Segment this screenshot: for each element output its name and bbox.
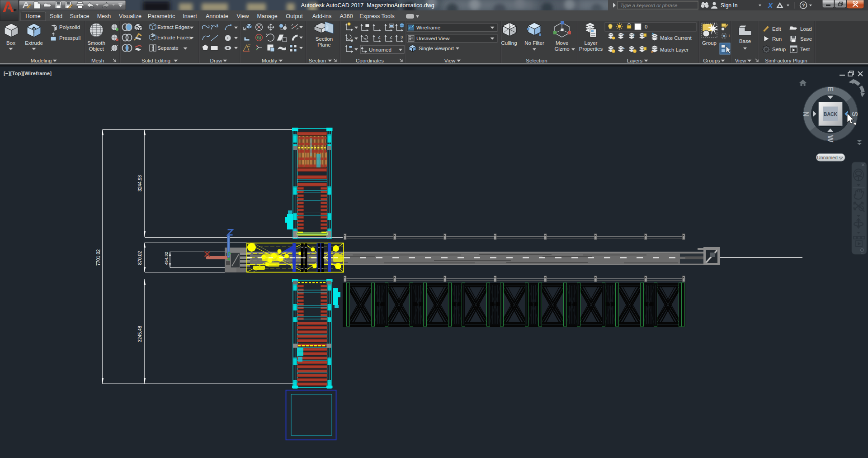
svg-text:Layers: Layers: [627, 58, 643, 63]
svg-text:MagazzinoAutomatico.dwg: MagazzinoAutomatico.dwg: [367, 2, 434, 9]
svg-text:Match Layer: Match Layer: [660, 47, 689, 52]
svg-text:Add-ins: Add-ins: [312, 13, 331, 19]
svg-text:Autodesk AutoCAD 2017: Autodesk AutoCAD 2017: [301, 2, 363, 9]
svg-text:Extrude: Extrude: [25, 40, 43, 46]
svg-text:Visualize: Visualize: [119, 13, 142, 19]
svg-text:Manage: Manage: [257, 13, 277, 19]
svg-text:Culling: Culling: [501, 40, 517, 46]
svg-text:Presspull: Presspull: [59, 35, 80, 41]
svg-text:Unnamed: Unnamed: [369, 47, 392, 52]
svg-text:N: N: [802, 111, 810, 117]
svg-text:Groups: Groups: [703, 58, 720, 63]
svg-text:E: E: [826, 86, 835, 91]
svg-text:Group: Group: [702, 40, 717, 46]
svg-text:3245.48: 3245.48: [137, 325, 142, 342]
svg-text:Solid Editing: Solid Editing: [142, 58, 170, 63]
svg-text:?: ?: [802, 3, 805, 8]
svg-text:Mesh: Mesh: [97, 13, 111, 19]
svg-text:Type a keyword or phrase: Type a keyword or phrase: [620, 3, 677, 8]
svg-text:Modify: Modify: [262, 58, 277, 63]
svg-text:Home: Home: [25, 13, 40, 19]
svg-text:7701.02: 7701.02: [96, 249, 101, 266]
svg-text:Box: Box: [6, 40, 15, 46]
svg-text:Annotate: Annotate: [206, 13, 228, 19]
svg-text:X: X: [767, 1, 774, 10]
svg-text:BACK: BACK: [824, 111, 838, 117]
svg-text:Separate: Separate: [157, 45, 179, 51]
svg-text:Plane: Plane: [317, 42, 330, 48]
svg-text:Smooth: Smooth: [87, 40, 105, 46]
svg-text:Make Current: Make Current: [660, 35, 692, 41]
svg-text:Insert: Insert: [183, 13, 197, 19]
svg-text:454.32: 454.32: [164, 252, 169, 265]
svg-text:View: View: [735, 58, 746, 63]
svg-text:Modeling: Modeling: [31, 58, 52, 63]
svg-text:Polysolid: Polysolid: [59, 24, 80, 30]
svg-text:[−][Top][Wireframe]: [−][Top][Wireframe]: [4, 71, 52, 76]
svg-text:View: View: [237, 13, 250, 19]
svg-text:Unsaved View: Unsaved View: [416, 36, 450, 41]
svg-text:View: View: [444, 58, 456, 63]
svg-text:Run: Run: [772, 36, 782, 42]
svg-text:Extract Edges: Extract Edges: [157, 24, 190, 30]
svg-text:No Filter: No Filter: [524, 40, 544, 46]
svg-text:0: 0: [645, 24, 647, 29]
svg-text:Layer: Layer: [585, 40, 598, 46]
svg-text:Edit: Edit: [772, 26, 782, 32]
svg-text:Parametric: Parametric: [148, 13, 175, 19]
svg-text:Test: Test: [800, 47, 810, 52]
svg-text:Properties: Properties: [579, 46, 603, 52]
svg-text:Save: Save: [800, 36, 812, 42]
svg-text:Section: Section: [316, 36, 333, 42]
svg-text:Mesh: Mesh: [91, 58, 104, 63]
svg-text:Surface: Surface: [70, 13, 89, 19]
svg-text:Z: Z: [390, 35, 392, 39]
svg-text:3: 3: [401, 35, 403, 39]
svg-text:Wireframe: Wireframe: [416, 25, 440, 30]
svg-text:Base: Base: [739, 38, 751, 44]
svg-text:Unnamed: Unnamed: [817, 155, 838, 160]
svg-text:Setup: Setup: [772, 47, 786, 52]
svg-text:Solid: Solid: [50, 13, 62, 19]
svg-text:+: +: [728, 33, 731, 38]
svg-text:A360: A360: [340, 13, 353, 19]
svg-text:Draw: Draw: [210, 58, 223, 63]
svg-text:Object: Object: [89, 46, 104, 52]
svg-text:Load: Load: [800, 26, 812, 32]
svg-text:Gizmo: Gizmo: [554, 46, 569, 52]
svg-text:Single viewport: Single viewport: [419, 46, 454, 51]
svg-text:Section: Section: [309, 58, 326, 63]
svg-text:3244.98: 3244.98: [137, 175, 142, 191]
svg-text:Coordinates: Coordinates: [356, 58, 384, 63]
svg-text:870.02: 870.02: [137, 251, 142, 265]
svg-text:x: x: [351, 38, 353, 43]
svg-text:Extrude Faces: Extrude Faces: [157, 35, 191, 40]
svg-text:Z: Z: [378, 35, 381, 39]
svg-text:S: S: [850, 111, 859, 116]
svg-text:Move: Move: [556, 40, 568, 46]
svg-text:Express Tools: Express Tools: [359, 13, 395, 19]
svg-text:Selection: Selection: [526, 58, 547, 63]
svg-text:Output: Output: [286, 13, 303, 19]
svg-text:W: W: [826, 135, 835, 143]
svg-text:Sign In: Sign In: [721, 2, 737, 9]
svg-text:SimFactory Plugin: SimFactory Plugin: [765, 58, 807, 63]
